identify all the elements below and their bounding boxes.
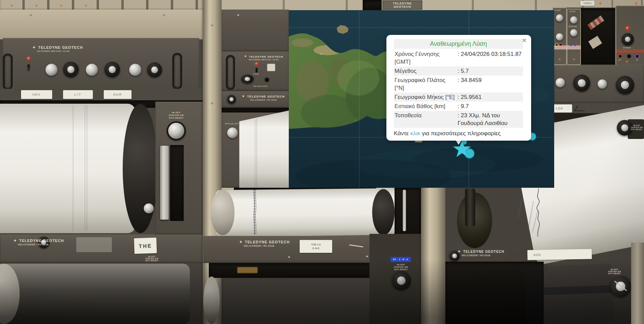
jack-ground xyxy=(627,54,631,58)
rack-slot xyxy=(363,0,382,10)
knob-legend-text: IN-OFF CENTER-ON OUT-RESET xyxy=(163,111,190,119)
module-label: #8 ATTEN xyxy=(568,26,577,27)
row-value: : 9.7 xyxy=(456,102,523,111)
sea-texture xyxy=(414,147,543,171)
helicorder-drum-ruled xyxy=(210,276,370,324)
power-knob xyxy=(622,33,634,45)
power-toggle xyxy=(27,64,30,70)
attenuator-knob xyxy=(573,75,590,92)
amplifier-panel-right xyxy=(554,65,644,103)
row-value: : 24/04/2026 03:18:51.87 xyxy=(456,49,523,66)
small-knob xyxy=(144,203,154,214)
station-tag-hev-label: HEV xyxy=(33,93,41,96)
footer-text: Κάντε xyxy=(394,130,410,137)
upper-blank-panel xyxy=(222,9,289,52)
station-tag-los: LOS xyxy=(551,104,572,113)
rack-handle xyxy=(3,54,13,90)
rack-rail xyxy=(421,188,445,324)
station-tag-osno-right: OSNO xyxy=(580,1,595,6)
module-label: #9 SEP xyxy=(555,9,561,11)
jack-minus12 xyxy=(635,54,639,58)
rack-handle xyxy=(172,53,182,89)
row-label: Εστιακό Βάθος [km] xyxy=(394,102,456,111)
stylus-lift-knob xyxy=(227,127,238,138)
amp-model-text: HELICORDER AMPLIFIER / AX-320 xyxy=(37,50,83,52)
table-row: Χρόνος Γέννησης [GMT] : 24/04/2026 03:18… xyxy=(394,49,523,66)
seismogram-trace xyxy=(87,105,87,231)
row-label: Γεωγραφικό Πλάτος [°N] xyxy=(394,76,456,93)
station-tag-the-lg: THE LG Z-N-E xyxy=(300,240,332,253)
helicorder-panel-center-top: TELEDYNE GEOTECH HELICORDER / RV-301B xyxy=(222,92,289,108)
amplifier-card: #8 SEP #8 ATTEN xyxy=(567,9,581,65)
push-button xyxy=(227,95,236,104)
table-row: Γεωγραφικό Πλάτος [°N] : 34.8459 xyxy=(394,76,523,93)
row-value: : 5.7 xyxy=(456,66,523,76)
station-tag-osno-right-label: OSNO xyxy=(583,2,591,5)
center-reset-knob xyxy=(167,121,186,140)
brand-text: TELEDYNE GEOTECH xyxy=(38,45,83,49)
level-knob xyxy=(241,75,254,83)
center-reset-knob xyxy=(392,271,411,290)
power-label: POWER xyxy=(253,73,259,75)
amplifier-card: #9 SEP xyxy=(552,7,567,65)
teledyne-logo: TELEDYNE GEOTECH HELICORDER AMPLIFIER / … xyxy=(239,53,288,61)
screw-icon xyxy=(211,24,213,26)
attenuator-dial-knob xyxy=(147,62,162,77)
paper-slot xyxy=(222,108,289,113)
teledyne-logo: TELEDYNE GEOTECH HELICORDER AMPLIFIER / … xyxy=(33,44,83,52)
station-tag-sp-zne: SP Z-N-E xyxy=(390,257,411,262)
power-led xyxy=(255,62,258,65)
drum-end-cap xyxy=(372,189,395,235)
teledyne-leaf-icon xyxy=(14,239,17,242)
table-row: Εστιακό Βάθος [km] : 9.7 xyxy=(394,102,523,111)
power-label: POWER xyxy=(623,47,631,49)
drum-side-panel: IN-OFF CENTER-ON OUT-RESET xyxy=(155,102,203,235)
helicorder-model-text: HELICORDER / RV-301B xyxy=(462,254,504,257)
screw-icon xyxy=(366,256,368,258)
stylus-panel-center: STYLUS LIFT xyxy=(222,108,289,188)
teledyne-leaf-icon xyxy=(244,55,247,57)
row-label: Τοποθεσία xyxy=(394,111,456,128)
screw-icon xyxy=(211,102,213,104)
station-tag-hev: HEV xyxy=(21,90,52,99)
drum-latch xyxy=(465,188,475,226)
scratch-mark xyxy=(349,244,363,247)
time-mark-reset-label: TIME MARK RESET xyxy=(253,85,268,87)
screw-icon xyxy=(237,14,239,16)
station-tag-our-label: OUR xyxy=(113,93,122,96)
drum-end-cap xyxy=(203,277,220,324)
pen-position-knob xyxy=(598,79,607,89)
teledyne-leaf-icon xyxy=(239,240,242,243)
red-tape-strip xyxy=(616,49,644,53)
station-tag-aos: AOS xyxy=(527,249,592,260)
input-jack xyxy=(264,77,269,82)
power-led xyxy=(27,57,30,60)
station-tag-the-label: THE xyxy=(139,243,152,249)
brand-text: TELEDYNE GEOTECH xyxy=(247,95,285,98)
module-label: #8 SEP xyxy=(569,11,576,13)
attenuator-knob xyxy=(104,62,120,77)
plus12-label: +12 xyxy=(618,59,621,61)
close-icon[interactable]: × xyxy=(521,37,528,44)
brand-text: TELEDYNE GEOTECH xyxy=(463,250,504,254)
attenuator-knob xyxy=(63,62,79,77)
footer-text: για περισσότερες πληροφορίες xyxy=(420,130,501,137)
helicorder-model-text: HELICORDER / RV-301B xyxy=(18,243,64,246)
helicorder-panel-left: TELEDYNE GEOTECH HELICORDER / RV-301B TH… xyxy=(0,235,203,263)
knob-legend-text: IN-OFF CENTER-ON OUT-RESET xyxy=(630,125,644,131)
station-tag-the: THE xyxy=(134,238,157,254)
screw-icon xyxy=(288,256,290,258)
row-label: Μέγεθος xyxy=(394,66,456,76)
maple-logo-icon xyxy=(625,60,629,63)
drum-end-cap xyxy=(211,190,235,235)
screw-icon xyxy=(30,14,32,16)
amplifier-panel-left: TELEDYNE GEOTECH HELICORDER AMPLIFIER / … xyxy=(3,38,199,91)
seismogram-trace xyxy=(73,105,73,231)
helicorder-drum xyxy=(215,188,395,237)
more-info-link[interactable]: κλικ xyxy=(410,130,420,137)
stylus-lift-label: STYLUS LIFT xyxy=(225,123,239,125)
helicorder-drum xyxy=(0,104,136,233)
seismogram-trace xyxy=(255,119,255,187)
knob-legend-text: IN-OFF CENTER-ON OUT-RESET xyxy=(389,264,413,271)
brass-mechanism xyxy=(237,267,258,273)
